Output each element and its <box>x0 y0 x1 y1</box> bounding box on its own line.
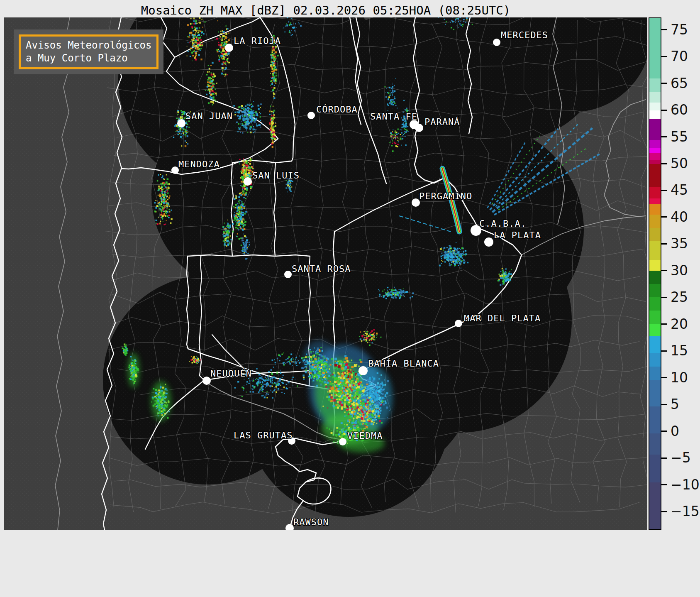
city-label: PERGAMINO <box>419 191 472 201</box>
city-label: SANTA FE <box>370 111 417 122</box>
reflectivity-colorbar <box>649 17 661 530</box>
alert-banner-line1: Avisos Meteorológicos <box>26 39 151 52</box>
colorbar-tick <box>661 83 667 84</box>
colorbar-tick-label: 30 <box>671 262 688 279</box>
colorbar-segment <box>649 353 661 367</box>
colorbar-tick <box>661 511 667 512</box>
colorbar-segment <box>649 92 661 103</box>
city-label: LAS GRUTAS <box>234 430 293 440</box>
city-label: C.A.B.A. <box>479 218 527 229</box>
colorbar-segment <box>649 241 661 260</box>
city-label: SAN LUIS <box>252 170 300 181</box>
city-dot-icon <box>359 366 368 375</box>
city-dot-icon <box>484 237 493 247</box>
city-label: MERCEDES <box>501 30 548 40</box>
colorbar-tick-label: −15 <box>671 503 700 519</box>
colorbar-segment <box>649 406 661 433</box>
colorbar-segment <box>649 271 661 284</box>
colorbar-tick <box>661 29 667 30</box>
colorbar-tick <box>661 458 667 459</box>
city-dot-icon <box>225 44 233 52</box>
colorbar-tick-label: 10 <box>671 369 688 386</box>
colorbar-segment <box>649 433 661 455</box>
colorbar-segment <box>649 336 661 353</box>
colorbar-tick <box>661 110 667 111</box>
colorbar-tick-label: 75 <box>671 21 688 37</box>
colorbar-tick-label: 35 <box>671 235 688 252</box>
colorbar-segment <box>649 215 661 228</box>
page-title: Mosaico ZH MAX [dBZ] 02.03.2026 05:25HOA… <box>4 3 647 17</box>
colorbar-segment <box>649 367 661 380</box>
colorbar-segment <box>649 164 661 187</box>
city-dot-icon <box>339 438 346 445</box>
colorbar-segment <box>649 103 661 110</box>
colorbar-tick-label: 20 <box>671 316 688 332</box>
colorbar-tick-label: −10 <box>671 476 700 492</box>
colorbar-segment <box>649 187 661 198</box>
colorbar-segment <box>649 284 661 297</box>
colorbar-segment <box>649 18 661 78</box>
colorbar-tick <box>661 377 667 378</box>
city-dot-icon <box>171 166 179 174</box>
city-label: LA RIOJA <box>234 36 281 46</box>
city-label: LA PLATA <box>494 230 541 240</box>
colorbar-tick-label: 45 <box>671 182 688 198</box>
radar-map-region: MERCEDESLA RIOJASAN JUANCÓRDOBASANTA FEP… <box>4 17 647 530</box>
colorbar-tick-label: 40 <box>671 209 688 225</box>
colorbar-tick-label: 5 <box>671 396 679 412</box>
city-dot-icon <box>493 39 500 46</box>
city-label: CÓRDOBA <box>316 104 358 115</box>
colorbar-tick <box>661 484 667 485</box>
map-layers: MERCEDESLA RIOJASAN JUANCÓRDOBASANTA FEP… <box>4 17 647 530</box>
colorbar-tick <box>661 56 667 57</box>
colorbar-segment <box>649 204 661 214</box>
city-dot-icon <box>455 320 462 327</box>
city-label: NEUQUÉN <box>210 368 252 379</box>
colorbar-tick-label: 65 <box>671 75 688 91</box>
city-dot-icon <box>244 177 252 186</box>
colorbar-tick-label: 50 <box>671 155 688 171</box>
city-label: MAR DEL PLATA <box>464 313 541 323</box>
city-dot-icon <box>177 119 185 127</box>
colorbar-segment <box>649 311 661 324</box>
colorbar-segment <box>649 160 661 164</box>
colorbar-segment <box>649 198 661 204</box>
colorbar-tick <box>661 350 667 352</box>
city-label: BAHÍA BLANCA <box>368 358 439 369</box>
alert-banner-line2: a Muy Corto Plazo <box>26 52 151 65</box>
colorbar-tick <box>661 404 667 405</box>
colorbar-segment <box>649 324 661 336</box>
colorbar-segment <box>649 228 661 241</box>
colorbar-tick <box>661 243 667 245</box>
city-dot-icon <box>307 112 315 119</box>
colorbar-tick-label: 55 <box>671 128 688 144</box>
colorbar-tick <box>661 136 667 137</box>
colorbar-segment <box>649 482 661 529</box>
colorbar-segment <box>649 110 661 118</box>
city-dot-icon <box>412 198 420 207</box>
colorbar-tick <box>661 190 667 191</box>
footer-logos: Servicio Meteorológico Nacional Argentin… <box>0 530 700 597</box>
city-label: SAN JUAN <box>185 111 233 121</box>
alert-banner[interactable]: Avisos Meteorológicos a Muy Corto Plazo <box>19 34 159 69</box>
colorbar-segment <box>649 140 661 148</box>
radar-product-page: Mosaico ZH MAX [dBZ] 02.03.2026 05:25HOA… <box>0 0 700 597</box>
city-label: PARANÁ <box>424 117 460 127</box>
colorbar-segment <box>649 455 661 482</box>
colorbar-segment <box>649 148 661 153</box>
colorbar-tick <box>661 270 667 271</box>
city-label: SANTA ROSA <box>292 264 351 274</box>
city-dot-icon <box>284 271 292 278</box>
colorbar-tick <box>661 216 667 218</box>
colorbar-tick <box>661 323 667 325</box>
city-dot-icon <box>202 377 211 385</box>
colorbar-tick-label: 25 <box>671 289 688 305</box>
colorbar-segment <box>649 153 661 160</box>
radar-map: MERCEDESLA RIOJASAN JUANCÓRDOBASANTA FEP… <box>4 17 647 530</box>
city-label: VIEDMA <box>347 431 383 441</box>
colorbar-tick-label: −5 <box>671 450 691 466</box>
city-label: RAWSON <box>293 517 329 527</box>
colorbar-segment <box>649 260 661 271</box>
colorbar-tick-label: 60 <box>671 102 688 118</box>
colorbar-segment <box>649 119 661 140</box>
